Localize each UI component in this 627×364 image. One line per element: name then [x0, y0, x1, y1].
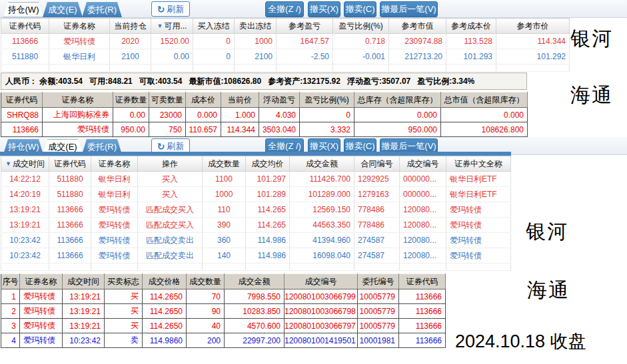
cell: 2 — [1, 304, 20, 319]
empty-cell — [290, 264, 354, 271]
column-header[interactable]: 委托编号 — [358, 274, 399, 289]
cell: 41394.960 — [290, 233, 354, 248]
column-header[interactable]: 当前价 — [221, 92, 259, 108]
annotation-broker-haitong: 海通 — [570, 82, 613, 109]
column-header[interactable]: 证券代码 — [49, 156, 91, 172]
cell: 12569.150 — [290, 202, 354, 218]
tab-positions[interactable]: 持仓(W) — [3, 2, 43, 17]
column-header[interactable]: 买卖标志 — [105, 274, 143, 289]
column-header[interactable]: 证券名称 — [20, 274, 63, 289]
column-header[interactable]: 成本价 — [186, 92, 221, 108]
cell: 110 — [203, 202, 246, 218]
column-header[interactable]: 总库存（含超限库存） — [354, 92, 441, 108]
cell: 113666 — [49, 233, 91, 248]
column-header[interactable]: 成交数量 — [187, 274, 225, 289]
column-header[interactable]: 合同编号 — [354, 156, 400, 172]
column-header[interactable]: 盈亏比例(%) — [300, 92, 354, 108]
table-row[interactable]: 2爱玛转债13:19:21买114.26509010283.8501200801… — [1, 304, 446, 319]
column-header[interactable]: 可卖数量 — [149, 92, 186, 108]
column-header[interactable]: 浮动盈亏 — [259, 92, 300, 108]
column-header[interactable]: 成交金额 — [225, 274, 285, 289]
cancel-buy-button[interactable]: 撤买(X) — [308, 1, 340, 17]
column-header[interactable]: ▼可用... — [151, 19, 193, 34]
cell: -0.001 — [333, 49, 389, 65]
cell: 44563.350 — [290, 218, 354, 233]
column-header[interactable]: 买入冻结 — [193, 19, 235, 34]
refresh-label: 刷新 — [167, 140, 184, 152]
annotation-broker-galaxy: 银河 — [570, 25, 613, 53]
cell: 778486 — [354, 202, 400, 218]
column-header[interactable]: 成交编号 — [285, 274, 358, 289]
galaxy-positions-tabbar: 持仓(W) 成交(E) 委托(R) ↻刷新 全撤(Z /) 撤买(X) 撤卖(C… — [0, 0, 627, 18]
column-header[interactable]: 证券中文全称 — [446, 156, 511, 172]
column-header[interactable]: 成交数量 — [203, 156, 246, 172]
cell: 14:20:19 — [1, 187, 49, 202]
cell: 10001981 — [358, 333, 399, 348]
column-header[interactable]: 成交金额 — [290, 156, 354, 172]
table-row[interactable]: 113666爱玛转债950.00750110.657114.3443503.04… — [1, 122, 528, 137]
cell: 买入 — [138, 187, 203, 202]
column-header[interactable]: 证券代码 — [1, 92, 43, 108]
cell: 1292925 — [354, 172, 400, 187]
cancel-all-button[interactable]: 全撤(Z /) — [265, 1, 304, 17]
cell: 120080... — [400, 202, 446, 218]
tab-trades[interactable]: 成交(E) — [43, 2, 83, 17]
cell: 买 — [105, 304, 143, 319]
column-header[interactable]: ▼成交时间 — [1, 156, 49, 172]
table-row[interactable]: 14:22:12511880银华日利买入1100101.297111426.70… — [1, 172, 511, 187]
cancel-last-button[interactable]: 撤最后一笔(V) — [380, 1, 438, 17]
cell: 114.2650 — [143, 289, 187, 304]
haitong-trades-table: 序号证券名称成交时间买卖标志成交价格成交数量成交金额成交编号委托编号证券代码1爱… — [1, 273, 446, 348]
table-row[interactable]: 14:20:19511880银华日利买入1000101.289101289.00… — [1, 187, 511, 202]
table-row[interactable]: 3爱玛转债13:19:21买114.2650404570.60012008010… — [1, 319, 446, 333]
table-row[interactable]: 1爱玛转债13:19:21买114.2650707998.55012008010… — [1, 289, 446, 304]
table-row[interactable]: 13:19:21113666爱玛转债匹配成交买入390114.26544563.… — [1, 218, 511, 233]
column-header[interactable]: 操作 — [138, 156, 203, 172]
column-header[interactable]: 当前持仓 — [110, 19, 151, 34]
column-header[interactable]: 证券名称 — [49, 19, 110, 34]
column-header[interactable]: 参考市值 — [389, 19, 446, 34]
column-header[interactable]: 成交时间 — [63, 274, 105, 289]
column-header[interactable]: 参考盈亏 — [277, 19, 333, 34]
cell: 0.00 — [113, 108, 149, 122]
table-row[interactable]: SHRQ88上海回购标准券0.00230000.0001.0004.03000.… — [1, 108, 528, 122]
cell: 银华日利ETF — [446, 172, 511, 187]
column-header[interactable]: 参考成本价 — [446, 19, 496, 34]
column-header[interactable]: 证券代码 — [399, 274, 446, 289]
column-header[interactable]: 成交编号 — [400, 156, 446, 172]
refresh-icon: ↻ — [157, 142, 165, 151]
cell: 101289.000 — [290, 187, 354, 202]
column-header[interactable]: 证券名称 — [43, 92, 113, 108]
table-row[interactable]: 113666爱玛转债20201520.00010001647.570.71823… — [1, 34, 570, 49]
cell: 114.265 — [246, 202, 290, 218]
annotation-date-note: 2024.10.18 收盘 — [455, 329, 586, 353]
cell: 1200801001419501 — [285, 333, 358, 348]
cell: 000000... — [400, 187, 446, 202]
cell: 120080... — [400, 248, 446, 264]
cell: 1000 — [203, 187, 246, 202]
column-header[interactable]: 证券代码 — [1, 19, 49, 34]
table-row[interactable]: 511880银华日利21000.0002100-2.50-0.001212713… — [1, 49, 570, 65]
account-summary: 人民币： 余额:403.54 可用:848.21 可取:403.54 最新市值:… — [1, 73, 527, 90]
table-row[interactable]: 13:19:21113666爱玛转债匹配成交买入110114.26512569.… — [1, 202, 511, 218]
column-header[interactable]: 证券数量 — [113, 92, 149, 108]
table-row[interactable]: 10:23:42113666爱玛转债匹配成交卖出360114.98641394.… — [1, 233, 511, 248]
refresh-button[interactable]: ↻刷新 — [151, 1, 190, 17]
column-header[interactable]: 参考市价 — [496, 19, 570, 34]
tab-orders[interactable]: 委托(R) — [82, 2, 122, 17]
column-header[interactable]: 盈亏比例(%) — [333, 19, 389, 34]
column-header[interactable]: 序号 — [1, 274, 20, 289]
cell: 113666 — [399, 319, 446, 333]
column-header[interactable]: 成交价格 — [143, 274, 187, 289]
column-header[interactable]: 证券名称 — [91, 156, 138, 172]
column-header[interactable]: 总市值（含超限库存） — [441, 92, 528, 108]
column-header[interactable]: 成交均价 — [246, 156, 290, 172]
cell: 银华日利 — [49, 49, 110, 65]
cell: 银华日利ETF — [446, 187, 511, 202]
cancel-sell-button[interactable]: 撤卖(C) — [344, 1, 376, 17]
table-row[interactable]: 10:23:42113666爱玛转债匹配成交卖出140114.98616098.… — [1, 248, 511, 264]
empty-cell — [277, 65, 333, 72]
table-row[interactable]: 4爱玛转债10:23:42卖114.986020022997.200120080… — [1, 333, 446, 348]
cell: 778486 — [354, 218, 400, 233]
column-header[interactable]: 卖出冻结 — [235, 19, 277, 34]
